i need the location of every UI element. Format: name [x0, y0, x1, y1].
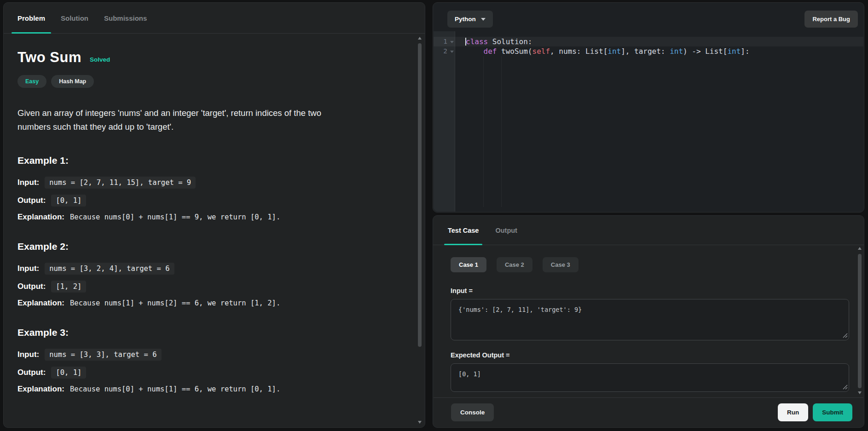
case-1-button[interactable]: Case 1 [451, 257, 486, 272]
resize-handle-icon[interactable] [843, 385, 848, 390]
scroll-down-icon[interactable] [858, 391, 862, 394]
case-2-button[interactable]: Case 2 [497, 257, 532, 272]
input-value: nums = [2, 7, 11, 15], target = 9 [45, 177, 196, 189]
tag-list: Easy Hash Map [17, 75, 406, 88]
report-bug-button[interactable]: Report a Bug [804, 11, 858, 28]
editor-gutter [434, 31, 455, 212]
indent-guide [483, 56, 484, 207]
scrollbar-thumb[interactable] [858, 254, 862, 388]
case-list: Case 1 Case 2 Case 3 [451, 257, 864, 272]
scrollbar-thumb[interactable] [418, 43, 422, 347]
description-line-2: numbers such that they add up to 'target… [17, 122, 174, 132]
testcase-footer: Console Run Submit [434, 397, 863, 427]
example-3: Example 3: Input: nums = [3, 3], target … [17, 327, 406, 394]
indent-guide [501, 56, 502, 207]
input-label: Input: [17, 178, 39, 187]
expected-output-wrap: [0, 1] [451, 363, 849, 392]
explanation-text: Because nums[1] + nums[2] == 6, we retur… [70, 299, 280, 307]
tab-output[interactable]: Output [495, 216, 517, 245]
testcase-input-textarea[interactable]: {'nums': [2, 7, 11], 'target': 9} [451, 299, 849, 340]
code-token: def [484, 47, 497, 56]
code-text: class Solution: [466, 37, 532, 46]
tab-test-case[interactable]: Test Case [448, 216, 479, 245]
tab-problem[interactable]: Problem [17, 3, 45, 33]
editor-panel: Python Report a Bug 1 class Solution: 2 [433, 2, 864, 213]
example-input-row: Input: nums = [2, 7, 11, 15], target = 9 [17, 177, 406, 189]
tab-submissions[interactable]: Submissions [104, 3, 147, 33]
code-token: twoSum( [497, 47, 532, 56]
example-input-row: Input: nums = [3, 3], target = 6 [17, 349, 406, 361]
example-2: Example 2: Input: nums = [3, 2, 4], targ… [17, 241, 406, 308]
example-output-row: Output: [0, 1] [17, 367, 406, 379]
example-1: Example 1: Input: nums = [2, 7, 11, 15],… [17, 155, 406, 222]
example-explanation-row: Explanation: Because nums[1] + nums[2] =… [17, 299, 406, 308]
code-token: ) -> List[ [683, 47, 727, 56]
fold-caret-icon[interactable] [450, 51, 454, 53]
fold-caret-icon[interactable] [450, 41, 454, 43]
output-value: [1, 2] [51, 281, 86, 293]
example-output-row: Output: [1, 2] [17, 281, 406, 293]
console-button[interactable]: Console [451, 403, 494, 421]
example-heading: Example 1: [17, 155, 406, 166]
example-explanation-row: Explanation: Because nums[0] + nums[1] =… [17, 213, 406, 222]
difficulty-badge: Easy [17, 75, 46, 88]
problem-description: Given an array of integers 'nums' and an… [17, 106, 406, 134]
problem-scrollbar[interactable] [418, 37, 422, 424]
input-value: nums = [3, 3], target = 6 [45, 349, 161, 361]
description-line-1: Given an array of integers 'nums' and an… [17, 108, 321, 118]
code-token: ]: [741, 47, 749, 56]
testcase-tabs: Test Case Output [433, 216, 864, 245]
scroll-up-icon[interactable] [418, 37, 422, 40]
resize-handle-icon[interactable] [843, 333, 848, 338]
input-label: Input: [17, 264, 39, 273]
testcase-panel: Test Case Output Case 1 Case 2 Case 3 In… [433, 215, 864, 428]
input-value: nums = [3, 2, 4], target = 6 [45, 263, 174, 275]
problem-panel-tabs: Problem Solution Submissions [4, 3, 425, 34]
code-token: Solution: [488, 37, 532, 46]
tab-solution[interactable]: Solution [61, 3, 88, 33]
code-token: , nums: List[ [550, 47, 608, 56]
input-field-wrap: {'nums': [2, 7, 11], 'target': 9} [451, 299, 849, 340]
output-value: [0, 1] [51, 195, 86, 207]
problem-title: Two Sum [17, 49, 81, 66]
title-row: Two Sum Solved [17, 49, 406, 66]
line-number: 1 [434, 37, 447, 46]
language-label: Python [455, 16, 476, 23]
input-field-label: Input = [451, 287, 864, 294]
scroll-up-icon[interactable] [858, 247, 862, 250]
language-select[interactable]: Python [447, 11, 493, 28]
explanation-label: Explanation: [17, 213, 64, 222]
code-editor[interactable]: 1 class Solution: 2 def twoSum(self, num… [434, 31, 863, 212]
problem-panel: Problem Solution Submissions Two Sum Sol… [3, 2, 425, 428]
explanation-label: Explanation: [17, 385, 64, 394]
example-explanation-row: Explanation: Because nums[0] + nums[1] =… [17, 385, 406, 394]
explanation-text: Because nums[0] + nums[1] == 9, we retur… [70, 213, 280, 221]
explanation-text: Because nums[0] + nums[1] == 6, we retur… [70, 385, 280, 393]
code-token: class [466, 37, 488, 46]
input-label: Input: [17, 350, 39, 359]
explanation-label: Explanation: [17, 299, 64, 308]
code-text: def twoSum(self, nums: List[int], target… [466, 46, 750, 56]
chevron-down-icon [481, 18, 486, 21]
editor-header: Python Report a Bug [433, 3, 864, 28]
case-3-button[interactable]: Case 3 [543, 257, 579, 272]
expected-output-textarea[interactable]: [0, 1] [451, 363, 849, 392]
code-line-2[interactable]: 2 def twoSum(self, nums: List[int], targ… [434, 46, 863, 56]
topic-badge: Hash Map [51, 75, 94, 88]
solved-badge: Solved [90, 56, 110, 66]
expected-output-label: Expected Output = [451, 351, 864, 359]
testcase-scrollbar[interactable] [858, 247, 862, 394]
testcase-content: Case 1 Case 2 Case 3 Input = {'nums': [2… [433, 245, 864, 392]
output-value: [0, 1] [51, 367, 86, 379]
example-output-row: Output: [0, 1] [17, 195, 406, 207]
code-line-1[interactable]: 1 class Solution: [434, 37, 863, 46]
output-label: Output: [17, 196, 46, 205]
output-label: Output: [17, 368, 46, 377]
code-lines: 1 class Solution: 2 def twoSum(self, num… [434, 37, 863, 56]
scroll-down-icon[interactable] [418, 421, 422, 424]
code-token [466, 47, 484, 56]
line-number: 2 [434, 46, 447, 56]
submit-button[interactable]: Submit [813, 403, 852, 421]
output-label: Output: [17, 282, 46, 291]
run-button[interactable]: Run [778, 403, 808, 421]
